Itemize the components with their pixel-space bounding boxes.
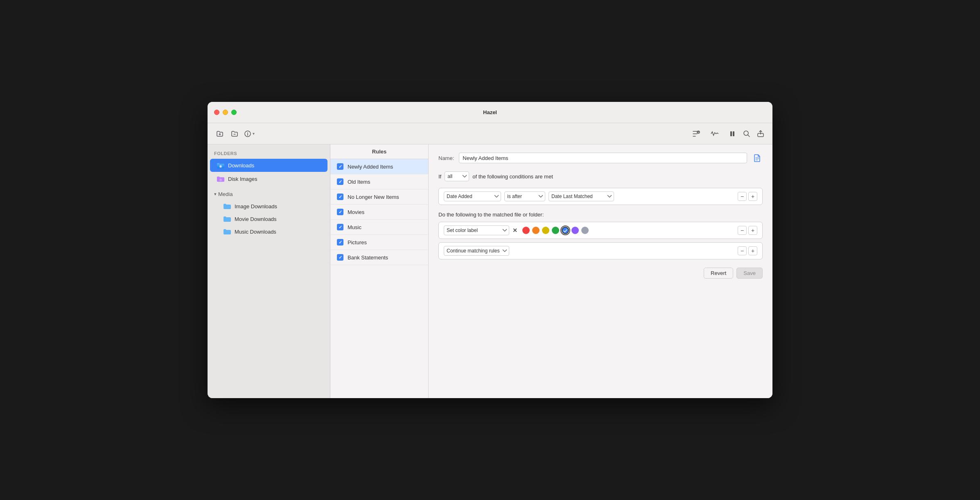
rule-item-pictures[interactable]: ✓ Pictures	[330, 235, 428, 250]
rule-item-no-longer-new[interactable]: ✓ No Longer New Items	[330, 189, 428, 205]
rule-item-music[interactable]: ✓ Music	[330, 220, 428, 235]
rule-checkbox-newly-added[interactable]: ✓	[337, 163, 343, 170]
condition-value-select[interactable]: Date Last Matched Today Yesterday	[549, 191, 614, 201]
action-row-0: Set color label Move Copy Rename Delete …	[438, 222, 763, 239]
checkmark-icon: ✓	[339, 240, 342, 245]
activity-btn[interactable]	[709, 128, 720, 140]
rule-checkbox-old-items[interactable]: ✓	[337, 178, 343, 185]
checkmark-icon: ✓	[339, 164, 342, 169]
svg-rect-2	[730, 131, 732, 136]
conditions-row: If all any of the following conditions a…	[438, 171, 763, 181]
condition-buttons: − +	[738, 192, 757, 201]
bottom-actions: Revert Save	[438, 268, 763, 279]
toolbar: ▾	[208, 123, 772, 144]
rule-label-newly-added: Newly Added Items	[348, 164, 393, 170]
conditions-operator-select[interactable]: all any	[445, 171, 469, 181]
action-buttons-1: − +	[738, 246, 757, 255]
media-section: ▾ Media Image Downloads	[208, 189, 330, 238]
info-dropdown[interactable]: ▾	[244, 130, 255, 138]
sidebar-item-disk-images[interactable]: Disk Images	[210, 172, 327, 185]
action-type-select-1[interactable]: Continue matching rules Stop matching ru…	[444, 246, 509, 256]
add-condition-btn[interactable]: +	[748, 192, 757, 201]
movie-downloads-folder-icon	[223, 215, 231, 223]
media-header[interactable]: ▾ Media	[208, 189, 330, 200]
sidebar-item-music-downloads[interactable]: Music Downloads	[217, 225, 327, 238]
rule-checkbox-pictures[interactable]: ✓	[337, 239, 343, 245]
checkmark-icon: ✓	[339, 255, 342, 260]
sidebar-item-label-downloads: Downloads	[228, 162, 254, 169]
name-input[interactable]	[459, 153, 747, 163]
rule-label-old-items: Old Items	[348, 179, 370, 185]
chevron-down-icon: ▾	[214, 191, 217, 197]
rule-checkbox-music[interactable]: ✓	[337, 224, 343, 230]
revert-button[interactable]: Revert	[704, 268, 733, 279]
document-icon-btn[interactable]	[752, 153, 763, 163]
remove-action-btn-0[interactable]: −	[738, 226, 747, 235]
condition-field-select[interactable]: Date Added Date Modified Date Created Ki…	[444, 191, 501, 201]
actions-label: Do the following to the matched file or …	[438, 212, 763, 218]
color-x-icon[interactable]: ✕	[513, 227, 517, 234]
conditions-suffix: of the following conditions are met	[472, 173, 553, 180]
name-label: Name:	[438, 155, 454, 161]
window-title: Hazel	[483, 109, 497, 115]
checkmark-icon: ✓	[339, 194, 342, 200]
rule-item-movies[interactable]: ✓ Movies	[330, 205, 428, 220]
rule-label-music: Music	[348, 224, 361, 230]
add-folder-btn[interactable]	[214, 128, 226, 140]
rule-checkbox-bank-statements[interactable]: ✓	[337, 254, 343, 261]
rule-checkbox-no-longer-new[interactable]: ✓	[337, 194, 343, 200]
rule-checkbox-movies[interactable]: ✓	[337, 209, 343, 215]
add-action-btn-0[interactable]: +	[748, 226, 757, 235]
disk-images-icon	[217, 175, 225, 183]
sidebar-item-downloads[interactable]: Downloads	[210, 159, 327, 172]
sidebar-item-image-downloads[interactable]: Image Downloads	[217, 200, 327, 212]
save-button[interactable]: Save	[736, 268, 763, 279]
search-btn[interactable]	[741, 128, 752, 139]
rule-item-bank-statements[interactable]: ✓ Bank Statements	[330, 250, 428, 265]
checkmark-icon: ✓	[339, 179, 342, 185]
minimize-button[interactable]	[223, 110, 228, 115]
toolbar-left: ▾	[214, 128, 686, 140]
checkmark-icon: ✓	[339, 225, 342, 230]
color-dots	[522, 227, 589, 234]
conditions-prefix: If	[438, 173, 441, 180]
add-action-btn-1[interactable]: +	[748, 246, 757, 255]
condition-row-0: Date Added Date Modified Date Created Ki…	[438, 188, 763, 205]
remove-condition-btn[interactable]: −	[738, 192, 747, 201]
rule-label-pictures: Pictures	[348, 239, 367, 245]
color-red-dot[interactable]	[522, 227, 530, 234]
share-btn[interactable]	[755, 128, 766, 139]
close-button[interactable]	[214, 110, 219, 115]
condition-operator-select[interactable]: is is not is after is before	[504, 191, 545, 201]
maximize-button[interactable]	[231, 110, 237, 115]
detail-panel: Name: If all any of the following co	[429, 144, 772, 398]
action-buttons-0: − +	[738, 226, 757, 235]
checkmark-icon: ✓	[339, 209, 342, 215]
color-purple-dot[interactable]	[571, 227, 579, 234]
pause-btn[interactable]	[727, 128, 738, 140]
downloads-folder-icon	[217, 161, 225, 169]
remove-folder-btn[interactable]	[229, 128, 240, 140]
color-orange-dot[interactable]	[532, 227, 540, 234]
titlebar: Hazel	[208, 102, 772, 123]
image-downloads-label: Image Downloads	[235, 203, 277, 209]
remove-action-btn-1[interactable]: −	[738, 246, 747, 255]
svg-point-8	[220, 180, 221, 180]
media-section-label: Media	[218, 191, 233, 197]
rules-btn[interactable]	[690, 128, 702, 140]
action-type-select-0[interactable]: Set color label Move Copy Rename Delete	[444, 225, 509, 235]
main-content: Folders	[208, 144, 772, 398]
music-downloads-label: Music Downloads	[235, 229, 276, 235]
traffic-lights	[214, 110, 237, 115]
rule-item-old-items[interactable]: ✓ Old Items	[330, 174, 428, 189]
image-downloads-folder-icon	[223, 202, 231, 210]
rule-item-newly-added[interactable]: ✓ Newly Added Items	[330, 159, 428, 174]
rule-label-movies: Movies	[348, 209, 364, 215]
color-blue-dot[interactable]	[562, 227, 569, 234]
sidebar-item-movie-downloads[interactable]: Movie Downloads	[217, 213, 327, 225]
name-row: Name:	[438, 153, 763, 163]
toolbar-center	[690, 128, 738, 140]
color-yellow-dot[interactable]	[542, 227, 549, 234]
color-green-dot[interactable]	[552, 227, 559, 234]
color-gray-dot[interactable]	[581, 227, 589, 234]
